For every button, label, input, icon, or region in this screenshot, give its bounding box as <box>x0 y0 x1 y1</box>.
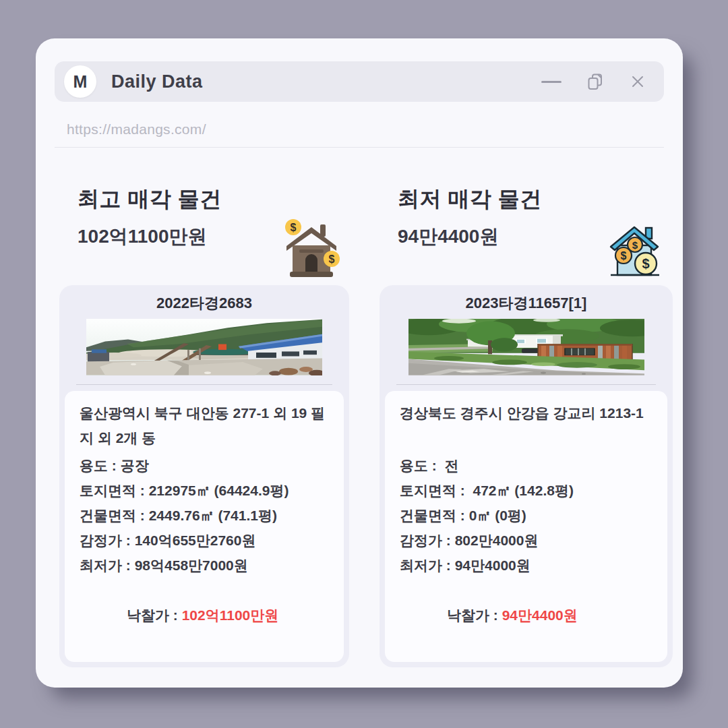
winning-bid-value: 94만4400원 <box>502 607 578 623</box>
case-number: 2023타경11657[1] <box>380 293 673 313</box>
property-card: 2023타경11657[1] <box>380 285 673 667</box>
svg-text:$: $ <box>621 250 627 262</box>
details-panel: 울산광역시 북구 대안동 277-1 외 19 필지 외 2개 동 용도 : 공… <box>65 391 344 662</box>
detail-row-building-area: 건물면적 : 0㎡ (0평) <box>400 503 653 528</box>
detail-row-appraisal: 감정가 : 140억655만2760원 <box>80 528 329 553</box>
daily-data-window: M Daily Data https://madangs.com/ <box>36 38 683 688</box>
svg-text:$: $ <box>632 239 638 251</box>
winning-bid-label: 낙찰가 : <box>127 607 182 623</box>
detail-row-land-area: 토지면적 : 472㎡ (142.8평) <box>400 478 653 503</box>
copy-button[interactable] <box>586 72 605 91</box>
detail-row-land-area: 토지면적 : 212975㎡ (64424.9평) <box>80 478 329 503</box>
section-highest: 최고 매각 물건 102억1100만원 $ $ 2022타경2683 <box>59 175 349 667</box>
close-icon <box>629 73 646 90</box>
app-logo: M <box>64 65 96 98</box>
winning-bid-value: 102억1100만원 <box>182 607 279 623</box>
svg-text:$: $ <box>291 222 297 233</box>
minimize-icon <box>541 81 562 83</box>
winning-bid-label: 낙찰가 : <box>447 607 502 623</box>
section-header: 최고 매각 물건 102억1100만원 $ $ <box>59 175 349 285</box>
winning-bid-row: 낙찰가 : 102억1100만원 <box>80 578 329 653</box>
section-heading: 최고 매각 물건 <box>78 175 349 214</box>
property-address: 울산광역시 북구 대안동 277-1 외 19 필지 외 2개 동 <box>80 400 329 452</box>
content-columns: 최고 매각 물건 102억1100만원 $ $ 2022타경2683 <box>59 175 673 667</box>
case-number: 2022타경2683 <box>59 293 349 313</box>
detail-row-usage: 용도 : 전 <box>400 453 653 478</box>
brown-house-dollar-icon: $ $ <box>283 218 340 278</box>
divider <box>55 147 664 148</box>
close-button[interactable] <box>629 73 646 90</box>
winning-bid-row: 낙찰가 : 94만4400원 <box>400 578 653 653</box>
section-lowest: 최저 매각 물건 94만4400원 $ $ $ 2023타경11657[1] <box>380 175 673 667</box>
section-header: 최저 매각 물건 94만4400원 $ $ $ <box>380 175 673 285</box>
titlebar: M Daily Data <box>55 61 664 102</box>
detail-row-minimum: 최저가 : 94만4000원 <box>400 553 653 578</box>
section-heading: 최저 매각 물건 <box>398 175 673 214</box>
detail-row-appraisal: 감정가 : 802만4000원 <box>400 528 653 553</box>
window-controls <box>541 72 646 91</box>
property-address: 경상북도 경주시 안강읍 강교리 1213-1 <box>400 400 653 452</box>
minimize-button[interactable] <box>541 81 562 83</box>
property-card: 2022타경2683 <box>59 285 349 667</box>
blue-house-dollar-icon: $ $ $ <box>607 218 663 278</box>
detail-row-minimum: 최저가 : 98억458만7000원 <box>80 553 329 578</box>
app-title: Daily Data <box>111 71 203 92</box>
url-bar[interactable]: https://madangs.com/ <box>67 118 206 141</box>
detail-row-building-area: 건물면적 : 2449.76㎡ (741.1평) <box>80 503 329 528</box>
svg-text:$: $ <box>642 256 649 271</box>
property-photo-rural-lot <box>408 319 644 375</box>
svg-text:$: $ <box>329 253 335 265</box>
property-photo-quarry <box>86 319 322 375</box>
url-text: https://madangs.com/ <box>67 121 206 138</box>
details-panel: 경상북도 경주시 안강읍 강교리 1213-1 용도 : 전 토지면적 : 47… <box>385 391 667 662</box>
detail-row-usage: 용도 : 공장 <box>80 453 329 478</box>
copy-icon <box>586 72 605 91</box>
